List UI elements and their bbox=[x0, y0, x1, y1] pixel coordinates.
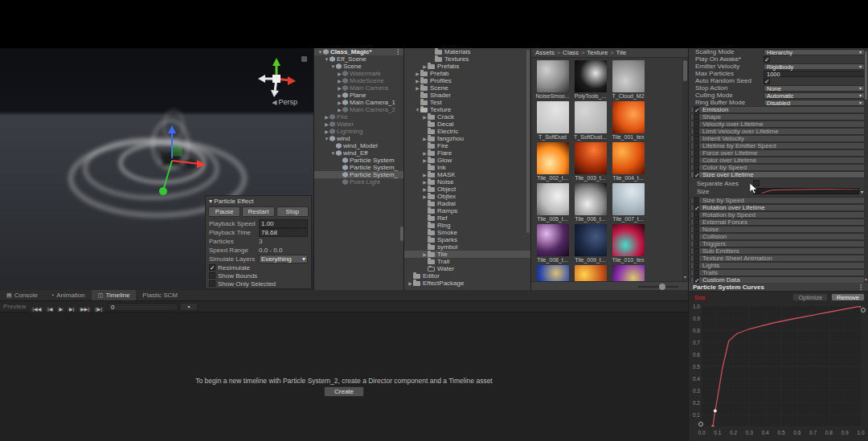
folder-item-materials[interactable]: Materials bbox=[404, 48, 530, 55]
expand-arrow-icon[interactable]: ▶ bbox=[337, 78, 342, 84]
property-stop-action-dropdown[interactable]: None▾ bbox=[764, 85, 865, 92]
folder-item-radial[interactable]: Radial bbox=[404, 200, 530, 207]
expand-arrow-icon[interactable]: ▶ bbox=[337, 92, 342, 98]
folder-item-flare[interactable]: ▶Flare bbox=[404, 149, 530, 157]
folder-item-fire[interactable]: Fire bbox=[404, 142, 530, 149]
transport-button[interactable]: ▶ bbox=[56, 306, 65, 312]
show-only-selected-checkbox[interactable] bbox=[209, 280, 215, 287]
scroll-down-arrow-icon[interactable]: ▾ bbox=[682, 274, 688, 280]
folder-item-fangzhou[interactable]: ▶fangzhou bbox=[404, 135, 530, 142]
module-trails[interactable]: Trails bbox=[690, 269, 866, 276]
module-checkbox[interactable] bbox=[694, 121, 699, 127]
thumbnail-zoom-slider[interactable] bbox=[638, 286, 678, 288]
curve-legend-size[interactable]: Size bbox=[692, 295, 708, 300]
orientation-gizmo[interactable] bbox=[254, 56, 299, 101]
module-inherit-velocity[interactable]: Inherit Velocity bbox=[690, 135, 866, 142]
folder-item-trail[interactable]: Trail bbox=[404, 258, 530, 265]
folder-item-textures[interactable]: Textures bbox=[404, 55, 530, 63]
module-collision[interactable]: Collision bbox=[690, 233, 866, 240]
module-checkbox[interactable] bbox=[694, 270, 699, 276]
folder-item-electric[interactable]: Electric bbox=[404, 128, 530, 135]
module-custom-data[interactable]: Custom Data bbox=[690, 276, 866, 283]
module-checkbox[interactable] bbox=[694, 157, 699, 163]
preview-toggle[interactable]: Preview bbox=[3, 303, 26, 310]
expand-arrow-icon[interactable]: ▼ bbox=[317, 50, 323, 55]
hierarchy-item-class-magic-[interactable]: ▼Class_Magic*⋮ bbox=[314, 48, 403, 55]
asset-item-tile-006-t-[interactable]: Tile_006_t... bbox=[572, 183, 608, 223]
size-curve-dropdown-icon[interactable]: ▾ bbox=[861, 189, 863, 194]
folder-item-tile[interactable]: ▶Tile bbox=[404, 251, 530, 258]
hierarchy-item-particle-system-[interactable]: Particle System_ bbox=[314, 164, 403, 171]
scene-gizmo-lock-icon[interactable] bbox=[301, 56, 307, 62]
module-emission[interactable]: Emission bbox=[690, 106, 866, 113]
transport-button[interactable]: [▶] bbox=[93, 306, 104, 312]
folder-item-glow[interactable]: ▶Glow bbox=[404, 157, 530, 164]
asset-item-t-softdust[interactable]: T_SoftDust bbox=[534, 101, 571, 141]
module-checkbox[interactable] bbox=[694, 198, 699, 203]
expand-arrow-icon[interactable]: ▶ bbox=[324, 114, 330, 120]
module-lights[interactable]: Lights bbox=[690, 262, 866, 269]
expand-arrow-icon[interactable]: ▶ bbox=[422, 194, 428, 199]
folder-item-smoke[interactable]: Smoke bbox=[404, 229, 530, 236]
module-checkbox[interactable] bbox=[694, 172, 699, 178]
folder-item-ref[interactable]: Ref bbox=[404, 214, 530, 222]
playback-time-value[interactable]: 78.68 bbox=[259, 228, 308, 237]
size-curve-field[interactable] bbox=[753, 188, 859, 194]
inspector-scrollbar[interactable]: ▾ bbox=[864, 48, 868, 283]
folder-item-prefab[interactable]: ▶Prefab bbox=[404, 70, 530, 77]
module-checkbox[interactable] bbox=[694, 136, 699, 141]
module-checkbox[interactable] bbox=[694, 241, 699, 247]
module-checkbox[interactable] bbox=[694, 143, 699, 149]
show-bounds-checkbox[interactable] bbox=[209, 272, 215, 279]
breadcrumb-item-tile[interactable]: Tile bbox=[616, 49, 627, 56]
expand-arrow-icon[interactable]: ▶ bbox=[324, 121, 330, 127]
module-color-by-speed[interactable]: Color by Speed bbox=[690, 164, 866, 171]
asset-item-tile-010-tex[interactable]: Tile_010_tex bbox=[610, 224, 646, 263]
resimulate-checkbox[interactable] bbox=[209, 264, 215, 271]
hierarchy-item-lightning[interactable]: ▶Lightning bbox=[314, 128, 403, 135]
expand-arrow-icon[interactable]: ▼ bbox=[324, 57, 330, 62]
module-checkbox[interactable] bbox=[694, 227, 699, 232]
property-max-particles-field[interactable]: 1000 bbox=[764, 71, 865, 77]
curve-start-gear-icon[interactable] bbox=[698, 422, 703, 427]
property-play-on-awake--checkbox[interactable] bbox=[764, 56, 770, 63]
expand-arrow-icon[interactable]: ▶ bbox=[422, 179, 428, 185]
folder-item-shader[interactable]: Shader bbox=[404, 92, 530, 99]
folder-item-scene[interactable]: ▶Scene bbox=[404, 84, 530, 92]
scene-view[interactable]: ◀Persp ▾ Particle Effect PauseRestartSto… bbox=[0, 48, 313, 290]
asset-item-polytools-[interactable]: PolyTools_... bbox=[572, 60, 608, 100]
folder-item-decal[interactable]: Decal bbox=[404, 120, 530, 128]
particle-effect-title[interactable]: ▾ Particle Effect bbox=[206, 196, 311, 206]
hierarchy-item-watermark[interactable]: ▶Watermark bbox=[314, 70, 403, 77]
expand-arrow-icon[interactable]: ▶ bbox=[422, 150, 428, 156]
asset-item-tile-007-t-[interactable]: Tile_007_t... bbox=[610, 183, 646, 223]
property-auto-random-seed-checkbox[interactable] bbox=[764, 78, 770, 84]
transport-button[interactable]: ▶| bbox=[67, 306, 76, 312]
folder-item-water[interactable]: Water bbox=[404, 265, 530, 272]
curve-graph[interactable]: 1.00.90.80.70.60.50.40.30.20.10.00.10.20… bbox=[689, 303, 868, 441]
inspector-scroll-down-icon[interactable]: ▾ bbox=[864, 276, 868, 282]
curve-end-gear-icon[interactable] bbox=[861, 308, 866, 312]
expand-arrow-icon[interactable]: ▼ bbox=[415, 108, 420, 112]
module-checkbox[interactable] bbox=[694, 277, 699, 283]
hierarchy-item-particle-system-[interactable]: Particle System_ bbox=[314, 171, 403, 178]
module-checkbox[interactable] bbox=[694, 165, 699, 170]
asset-item-t-softdust-[interactable]: T_SoftDust... bbox=[572, 101, 608, 141]
module-checkbox[interactable] bbox=[694, 212, 699, 218]
hierarchy-item-eff-scene[interactable]: ▼Eff_Scene bbox=[314, 55, 403, 63]
folder-item-ring[interactable]: Ring bbox=[404, 222, 530, 229]
asset-item-noisesmoo-[interactable]: NoiseSmoo... bbox=[534, 60, 571, 100]
hierarchy-item-wind-model[interactable]: wind_Model bbox=[314, 142, 403, 149]
transport-button[interactable]: ▶▶| bbox=[78, 306, 92, 312]
module-texture-sheet-animation[interactable]: Texture Sheet Animation bbox=[690, 255, 866, 262]
folder-item-mask[interactable]: ▶MASK bbox=[404, 171, 530, 178]
hierarchy-item-wind-eff[interactable]: ▼wind_Eff bbox=[314, 149, 403, 157]
hierarchy-item-main-camera[interactable]: ▶Main Camera bbox=[314, 84, 403, 92]
scene-options-icon[interactable]: ⋮ bbox=[395, 48, 401, 55]
hierarchy-item-main-camera-1[interactable]: ▶Main Camera_1 bbox=[314, 99, 403, 106]
module-sub-emitters[interactable]: Sub Emitters bbox=[690, 247, 866, 255]
module-size-by-speed[interactable]: Size by Speed bbox=[690, 197, 866, 204]
expand-arrow-icon[interactable]: ▶ bbox=[422, 114, 428, 120]
folder-item-profiles[interactable]: ▶Profiles bbox=[404, 77, 530, 84]
playback-speed-value[interactable]: 1.00 bbox=[259, 219, 308, 228]
